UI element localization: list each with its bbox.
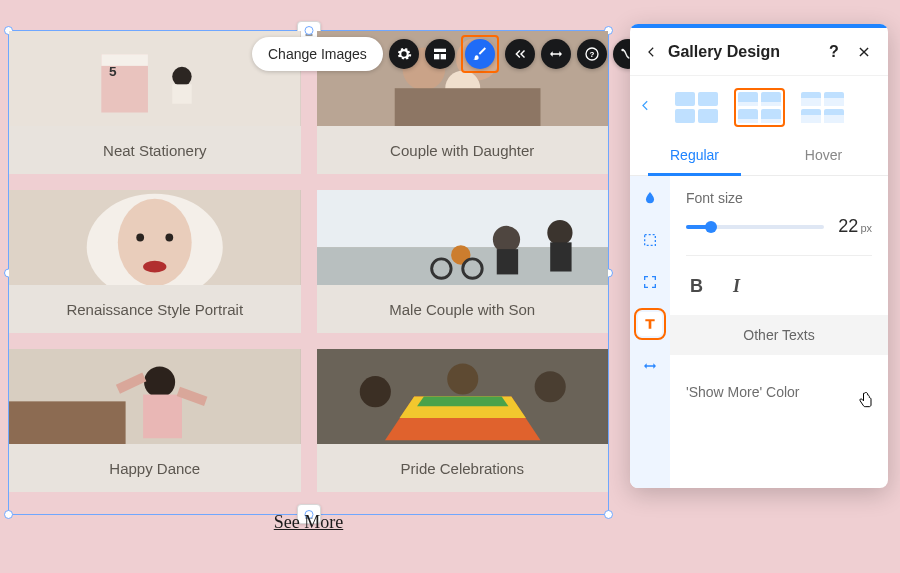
panel-help-button[interactable]: ? <box>824 42 844 62</box>
gallery-tile[interactable]: Male Couple with Son <box>317 190 609 333</box>
side-tab-border[interactable] <box>638 228 662 252</box>
tab-hover[interactable]: Hover <box>759 137 888 175</box>
panel-close-button[interactable] <box>854 42 874 62</box>
gallery-design-panel: Gallery Design ? Regular Hover <box>630 24 888 488</box>
arrows-horizontal-icon <box>642 358 658 374</box>
svg-point-4 <box>172 67 191 86</box>
svg-rect-38 <box>441 54 446 59</box>
svg-point-33 <box>359 376 390 407</box>
panel-body: Font size 22 px B I Other Texts 'Show Mo… <box>630 176 888 488</box>
font-size-value: 22 px <box>838 216 872 237</box>
cursor-hand-icon <box>856 390 876 415</box>
svg-rect-36 <box>434 49 446 52</box>
gallery-caption: Renaissance Style Portrait <box>9 285 301 333</box>
svg-point-15 <box>136 234 144 242</box>
gallery-caption: Pride Celebrations <box>317 444 609 492</box>
panel-header: Gallery Design ? <box>630 28 888 76</box>
gallery-caption: Couple with Daughter <box>317 126 609 174</box>
font-style-row: B I <box>686 256 872 315</box>
help-icon: ? <box>584 46 600 62</box>
italic-toggle[interactable]: I <box>733 276 740 297</box>
svg-text:5: 5 <box>109 64 117 79</box>
gallery-thumb <box>317 349 609 444</box>
font-size-unit: px <box>860 222 872 234</box>
gallery-thumb <box>317 190 609 285</box>
layout-option-grid[interactable] <box>671 88 722 127</box>
svg-point-35 <box>447 363 478 394</box>
svg-rect-10 <box>394 88 540 126</box>
design-button-highlight <box>461 35 499 73</box>
svg-rect-29 <box>143 395 182 439</box>
svg-point-19 <box>492 226 519 253</box>
svg-rect-42 <box>645 235 656 246</box>
state-tabs: Regular Hover <box>630 137 888 176</box>
editor-canvas: 5 Neat Stationery <box>0 0 618 573</box>
text-settings: Font size 22 px B I Other Texts 'Show Mo… <box>670 176 888 488</box>
side-tab-text[interactable] <box>638 312 662 336</box>
svg-rect-20 <box>496 249 517 274</box>
help-button[interactable]: ? <box>577 39 607 69</box>
gallery-thumb <box>9 190 301 285</box>
font-size-number: 22 <box>838 216 858 237</box>
svg-rect-25 <box>550 242 571 271</box>
gear-icon <box>396 46 412 62</box>
animation-button[interactable] <box>505 39 535 69</box>
gallery-thumb <box>9 349 301 444</box>
svg-rect-5 <box>172 84 191 103</box>
gallery-selection[interactable]: 5 Neat Stationery <box>8 30 609 515</box>
gallery-grid: 5 Neat Stationery <box>9 31 608 533</box>
close-icon <box>857 45 871 59</box>
show-more-color-label: 'Show More' Color <box>686 384 800 400</box>
side-tab-spacing[interactable] <box>638 354 662 378</box>
chevron-left-icon <box>638 97 652 113</box>
gallery-tile[interactable]: Pride Celebrations <box>317 349 609 492</box>
side-tab-corners[interactable] <box>638 270 662 294</box>
gallery-caption: Neat Stationery <box>9 126 301 174</box>
chevron-left-icon <box>644 45 658 59</box>
show-more-color-row: 'Show More' Color <box>686 371 872 423</box>
panel-title: Gallery Design <box>668 43 814 61</box>
svg-text:?: ? <box>589 50 594 59</box>
text-icon <box>642 316 658 332</box>
settings-button[interactable] <box>389 39 419 69</box>
font-size-label: Font size <box>686 190 872 206</box>
gallery-tile[interactable]: Renaissance Style Portrait <box>9 190 301 333</box>
svg-point-14 <box>143 261 166 273</box>
corners-icon <box>642 274 658 290</box>
svg-point-28 <box>144 366 175 397</box>
prev-layouts-button[interactable] <box>638 95 652 118</box>
layout-option-grid-caption[interactable] <box>734 88 785 127</box>
font-size-slider[interactable] <box>686 225 824 229</box>
chevrons-left-icon <box>512 46 528 62</box>
brush-icon <box>472 46 488 62</box>
stretch-button[interactable] <box>541 39 571 69</box>
change-images-button[interactable]: Change Images <box>252 37 383 71</box>
other-texts-section: Other Texts <box>670 315 888 355</box>
layout-icon <box>432 46 448 62</box>
design-button[interactable] <box>465 39 495 69</box>
svg-rect-37 <box>434 54 439 59</box>
svg-point-41 <box>621 49 624 52</box>
layout-style-options <box>630 76 888 137</box>
side-tab-fill[interactable] <box>638 186 662 210</box>
svg-point-16 <box>165 234 173 242</box>
gallery-tile[interactable]: Happy Dance <box>9 349 301 492</box>
tab-regular[interactable]: Regular <box>630 137 759 175</box>
see-more-link[interactable]: See More <box>9 508 608 533</box>
layout-option-grid-text[interactable] <box>797 88 848 127</box>
border-dashed-icon <box>642 232 658 248</box>
svg-point-24 <box>547 220 572 245</box>
gallery-caption: Happy Dance <box>9 444 301 492</box>
panel-side-tabs <box>630 176 670 488</box>
back-button[interactable] <box>644 45 658 59</box>
element-toolbar: Change Images ? <box>252 36 643 72</box>
stretch-icon <box>548 46 564 62</box>
bold-toggle[interactable]: B <box>690 276 703 297</box>
svg-point-34 <box>534 371 565 402</box>
layout-button[interactable] <box>425 39 455 69</box>
svg-rect-27 <box>9 401 126 444</box>
droplet-icon <box>642 190 658 206</box>
gallery-caption: Male Couple with Son <box>317 285 609 333</box>
font-size-row: 22 px <box>686 216 872 256</box>
